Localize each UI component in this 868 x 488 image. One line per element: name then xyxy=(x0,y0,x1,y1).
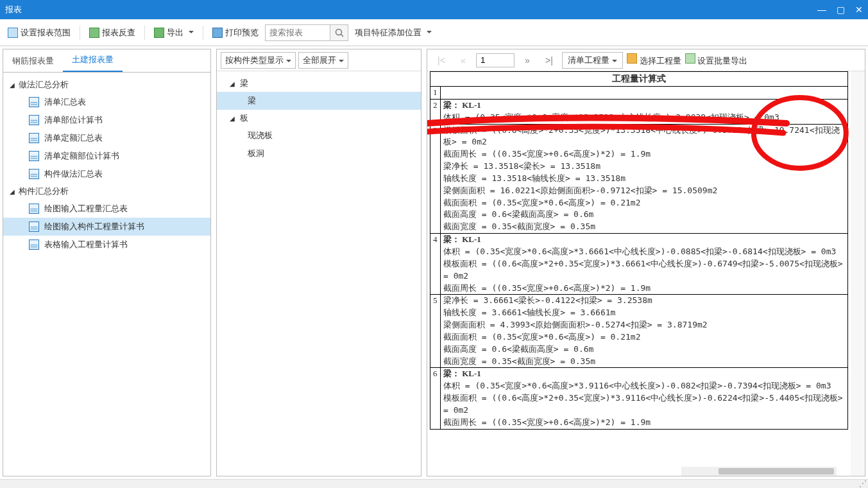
tree-item-label: 绘图输入构件工程量计算书 xyxy=(44,221,144,232)
print-label: 打印预览 xyxy=(225,27,259,39)
calc-row-number: 1 xyxy=(430,87,441,100)
calc-formula: 截面周长 = ((0.35<宽度>+0.6<高度>)*2) = 1.9m xyxy=(443,283,845,295)
calc-formula: 梁净长 = 13.3518<梁长> = 13.3518m xyxy=(443,161,845,173)
tab-rebar-report[interactable]: 钢筋报表量 xyxy=(3,50,63,72)
search-icon xyxy=(334,28,345,38)
tree-item-label: 绘图输入工程量汇总表 xyxy=(44,203,128,214)
nav-first[interactable]: |< xyxy=(432,53,450,68)
window-controls: — ▢ ✕ xyxy=(817,4,863,15)
tree-group-component[interactable]: 构件汇总分析 xyxy=(3,183,210,200)
right-toolbar: |< « » >| 清单工程量 选择工程量 设置批量导出 xyxy=(427,49,865,71)
calc-formula: 模板面积 = ((0.6<高度>*2+0.35<宽度>)*3.9116<中心线长… xyxy=(443,392,845,417)
batch-export-button[interactable]: 设置批量导出 xyxy=(685,53,748,67)
feature-position-dropdown[interactable]: 项目特征添加位置 xyxy=(351,26,436,40)
calc-formula: 梁净长 = 3.6661<梁长>-0.4122<扣梁> = 3.2538m xyxy=(443,295,845,307)
feature-pos-label: 项目特征添加位置 xyxy=(355,27,421,39)
report-reverse-button[interactable]: 报表反查 xyxy=(85,26,139,40)
resize-grip-icon[interactable]: ⋰ xyxy=(859,479,867,488)
calc-formula: 截面高度 = 0.6<梁截面高度> = 0.6m xyxy=(443,209,845,221)
status-strip: ⋰ xyxy=(0,479,868,488)
nav-prev[interactable]: « xyxy=(454,53,472,68)
middle-panel: 按构件类型显示 全部展开 梁 梁 板 现浇板板洞 xyxy=(216,49,421,476)
search-box[interactable] xyxy=(265,24,348,41)
horizontal-scrollbar[interactable] xyxy=(681,467,837,476)
search-button[interactable] xyxy=(330,25,348,40)
document-icon xyxy=(29,97,39,107)
calc-formula: 模板面积 = ((0.6<高度>*2+0.35<宽度>)*13.3518<中心线… xyxy=(443,125,845,149)
tree-item-label: 构件做法汇总表 xyxy=(44,168,103,180)
tree-item[interactable]: 清单部位计算书 xyxy=(3,111,210,129)
set-report-range-button[interactable]: 设置报表范围 xyxy=(4,26,74,40)
calc-row-number: 5 xyxy=(430,295,441,368)
reverse-label: 报表反查 xyxy=(102,27,135,39)
tree-group-practice[interactable]: 做法汇总分析 xyxy=(3,76,210,93)
print-preview-button[interactable]: 打印预览 xyxy=(208,26,262,40)
document-icon xyxy=(29,115,39,125)
calc-table: 工程量计算式 12梁： KL-1体积 = (0.35<宽度>*0.6<高度>*1… xyxy=(430,71,848,430)
tree-item[interactable]: 绘图输入构件工程量计算书 xyxy=(3,218,210,236)
select-quantity-button[interactable]: 选择工程量 xyxy=(627,53,681,67)
calc-row-number: 2 xyxy=(430,99,441,124)
range-icon xyxy=(8,28,18,38)
calc-row-content: 模板面积 = ((0.6<高度>*2+0.35<宽度>)*13.3518<中心线… xyxy=(441,124,848,234)
mid-tree-item[interactable]: 板洞 xyxy=(217,144,421,162)
calc-formula: 梁侧面面积 = 4.3993<原始侧面面积>-0.5274<扣梁> = 3.87… xyxy=(443,319,845,331)
calc-row-content xyxy=(441,87,848,100)
mid-tree-item[interactable]: 梁 xyxy=(217,92,421,110)
tree-item-label: 清单汇总表 xyxy=(44,96,86,108)
select-qty-label: 选择工程量 xyxy=(640,56,681,65)
tree-item[interactable]: 构件做法汇总表 xyxy=(3,165,210,183)
svg-point-0 xyxy=(336,29,341,35)
display-by-dropdown[interactable]: 按构件类型显示 xyxy=(221,52,296,69)
tree-item-label: 清单部位计算书 xyxy=(44,114,103,126)
calc-content: 工程量计算式 12梁： KL-1体积 = (0.35<宽度>*0.6<高度>*1… xyxy=(427,71,851,476)
right-panel: |< « » >| 清单工程量 选择工程量 设置批量导出 工程量计算式 xyxy=(427,49,865,476)
maximize-button[interactable]: ▢ xyxy=(837,4,845,15)
document-icon xyxy=(29,133,39,143)
tree-item[interactable]: 清单汇总表 xyxy=(3,93,210,111)
mid-group-beam[interactable]: 梁 xyxy=(217,75,421,92)
window-title: 报表 xyxy=(5,4,22,15)
page-input[interactable] xyxy=(476,53,515,67)
calc-row-number: 3 xyxy=(430,124,441,234)
calc-formula: 截面面积 = (0.35<宽度>*0.6<高度>) = 0.21m2 xyxy=(443,331,845,344)
separator xyxy=(144,26,145,40)
vertical-scroll-gutter xyxy=(851,71,865,476)
left-tree: 做法汇总分析 清单汇总表清单部位计算书清单定额汇总表清单定额部位计算书构件做法汇… xyxy=(3,73,210,476)
svg-line-1 xyxy=(341,34,343,37)
calc-formula: 轴线长度 = 3.6661<轴线长度> = 3.6661m xyxy=(443,307,845,319)
batch-export-icon xyxy=(685,53,695,64)
close-button[interactable]: ✕ xyxy=(855,4,863,15)
export-dropdown[interactable]: 导出 xyxy=(150,26,198,40)
tree-item-label: 清单定额部位计算书 xyxy=(44,150,119,162)
document-icon xyxy=(29,222,39,232)
tree-item[interactable]: 清单定额部位计算书 xyxy=(3,147,210,165)
nav-next[interactable]: » xyxy=(518,53,536,68)
document-icon xyxy=(29,151,39,161)
calc-formula: 截面周长 = ((0.35<宽度>+0.6<高度>)*2) = 1.9m xyxy=(443,148,845,161)
expand-dropdown[interactable]: 全部展开 xyxy=(298,52,348,69)
mid-group-slab[interactable]: 板 xyxy=(217,110,421,126)
nav-last[interactable]: >| xyxy=(540,53,558,68)
amount-type-dropdown[interactable]: 清单工程量 xyxy=(562,52,623,69)
calc-row-number: 6 xyxy=(430,368,441,429)
export-icon xyxy=(154,28,164,38)
calc-row-content: 梁净长 = 3.6661<梁长>-0.4122<扣梁> = 3.2538m轴线长… xyxy=(441,295,848,368)
tree-item[interactable]: 表格输入工程量计算书 xyxy=(3,236,210,254)
calc-row-content: 梁： KL-1体积 = (0.35<宽度>*0.6<高度>*13.3518<中心… xyxy=(441,99,848,124)
tab-civil-report[interactable]: 土建报表量 xyxy=(63,49,123,72)
title-bar: 报表 — ▢ ✕ xyxy=(0,0,868,19)
set-range-label: 设置报表范围 xyxy=(21,27,71,39)
minimize-button[interactable]: — xyxy=(817,4,826,15)
document-icon xyxy=(29,204,39,214)
mid-tree: 梁 梁 板 现浇板板洞 xyxy=(217,71,421,476)
separator xyxy=(203,26,203,40)
document-icon xyxy=(29,169,39,179)
tree-item[interactable]: 绘图输入工程量汇总表 xyxy=(3,200,210,218)
calc-formula: 体积 = (0.35<宽度>*0.6<高度>*13.3518<中心线长度>)-2… xyxy=(443,112,845,124)
export-label: 导出 xyxy=(167,27,183,39)
tree-item[interactable]: 清单定额汇总表 xyxy=(3,129,210,147)
calc-beam-head: 梁： KL-1 xyxy=(443,368,845,380)
search-input[interactable] xyxy=(266,28,330,37)
mid-tree-item[interactable]: 现浇板 xyxy=(217,126,421,144)
